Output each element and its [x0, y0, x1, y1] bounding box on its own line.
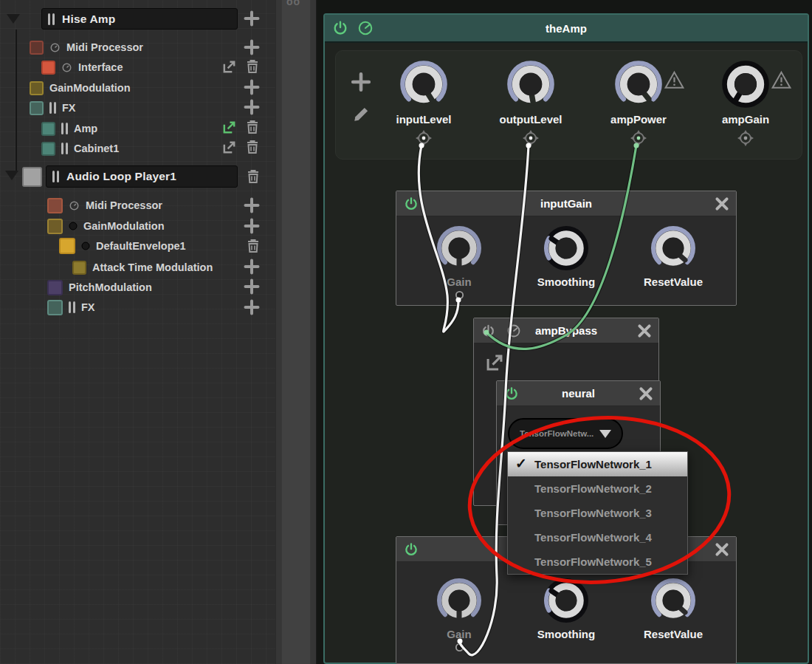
add-module-icon[interactable] [244, 278, 260, 295]
tree-row[interactable]: FX [30, 100, 76, 116]
knob-gain[interactable]: Gain [415, 576, 503, 652]
cable-target-icon[interactable] [522, 129, 540, 147]
param-outputlevel[interactable]: outputLevel [483, 58, 579, 147]
add-parameter-icon[interactable] [351, 72, 371, 92]
cable-connector-icon[interactable] [455, 290, 464, 300]
knob-label: ResetValue [644, 628, 703, 640]
knob-resetvalue[interactable]: ResetValue [629, 576, 718, 640]
module-color-swatch [41, 142, 55, 156]
cable-target-icon[interactable] [630, 129, 647, 147]
delete-icon[interactable] [245, 139, 260, 155]
collapse-arrow-icon[interactable] [5, 171, 18, 180]
drag-handle-icon[interactable] [49, 102, 56, 114]
knob-smoothing[interactable]: Smoothing [522, 576, 610, 640]
module-color-swatch [47, 300, 63, 315]
tree-row-label: Cabinet1 [74, 143, 119, 154]
add-module-icon[interactable] [244, 218, 260, 234]
tree-row-label: FX [81, 301, 95, 313]
knob[interactable] [649, 576, 698, 625]
knob-resetvalue[interactable]: ResetValue [629, 224, 718, 288]
dropdown-value: TensorFlowNetw... [520, 429, 593, 438]
delete-icon[interactable] [245, 58, 260, 75]
cable-target-icon[interactable] [737, 129, 754, 147]
knob[interactable] [542, 224, 591, 273]
knob[interactable] [435, 224, 484, 273]
dropdown-option-label: TensorFlowNetwork_3 [534, 507, 652, 519]
tree-row[interactable]: GainModulation [47, 218, 165, 234]
editor-scrollbar-handle[interactable] [281, 0, 311, 664]
inputgain-header[interactable]: inputGain [396, 191, 736, 216]
knob-smoothing[interactable]: Smoothing [522, 224, 610, 288]
panel-title: theAmp [325, 22, 808, 35]
dropdown-option[interactable]: TensorFlowNetwork_3 [508, 501, 687, 525]
knob[interactable] [398, 58, 450, 110]
tree-row[interactable]: FX [47, 299, 95, 315]
cable-target-icon[interactable] [415, 129, 433, 147]
tree-row[interactable]: Attack Time Modulation [72, 259, 213, 275]
ampbypass-header[interactable]: ampBypass [474, 318, 658, 343]
dropdown-option[interactable]: TensorFlowNetwork_4 [508, 525, 687, 550]
synth-header-audio-loop-player[interactable]: Audio Loop Player1 [46, 165, 238, 188]
tree-row[interactable]: GainModulation [30, 80, 131, 96]
collapse-arrow-icon[interactable] [7, 14, 20, 24]
knob[interactable] [613, 58, 664, 110]
add-module-icon[interactable] [244, 259, 260, 275]
knob[interactable] [435, 576, 484, 625]
tree-row-label: Amp [74, 123, 97, 134]
goto-workspace-icon-active[interactable] [221, 120, 237, 135]
drag-handle-icon[interactable] [61, 123, 68, 134]
delete-icon[interactable] [245, 119, 260, 135]
param-inputlevel[interactable]: inputLevel [376, 58, 472, 147]
goto-workspace-icon[interactable] [221, 59, 237, 75]
dropdown-option-label: TensorFlowNetwork_1 [534, 458, 652, 470]
tree-row-label: DefaultEnvelope1 [96, 240, 186, 252]
cable-connector-icon[interactable] [455, 643, 464, 652]
add-module-icon[interactable] [244, 99, 260, 115]
goto-workspace-icon[interactable] [221, 140, 237, 155]
module-color-swatch [47, 219, 63, 234]
tree-row[interactable]: PitchModulation [47, 279, 152, 295]
drag-handle-icon[interactable] [69, 301, 75, 313]
dropdown-option[interactable]: TensorFlowNetwork_2 [508, 476, 687, 501]
goto-dsp-network-icon[interactable] [484, 352, 505, 373]
add-module-icon[interactable] [244, 197, 260, 213]
dropdown-option-label: TensorFlowNetwork_2 [534, 482, 652, 495]
knob[interactable] [649, 224, 698, 273]
add-module-icon[interactable] [244, 10, 260, 27]
knob[interactable] [542, 576, 591, 625]
neural-header[interactable]: neural [497, 381, 660, 406]
dropdown-option-selected[interactable]: ✓ TensorFlowNetwork_1 [508, 452, 687, 476]
drag-handle-icon[interactable] [61, 143, 68, 154]
drag-handle-icon[interactable] [48, 13, 55, 25]
network-dropdown-list: ✓ TensorFlowNetwork_1 TensorFlowNetwork_… [507, 451, 688, 575]
close-icon[interactable] [714, 196, 730, 212]
close-icon[interactable] [636, 323, 653, 339]
add-module-icon[interactable] [244, 79, 260, 95]
midi-clock-icon [61, 62, 72, 73]
network-dropdown[interactable]: TensorFlowNetw... [508, 418, 623, 449]
power-icon[interactable] [404, 542, 419, 557]
edit-pencil-icon[interactable] [352, 104, 371, 123]
knob[interactable] [505, 58, 557, 110]
tree-row[interactable]: Interface [41, 59, 123, 75]
tree-row[interactable]: Midi Processor [47, 197, 162, 213]
knob[interactable] [720, 58, 771, 110]
node-panel-inputgain[interactable]: inputGain Gain Smoothing [396, 191, 737, 306]
tree-row[interactable]: DefaultEnvelope1 [59, 238, 186, 254]
knob-gain[interactable]: Gain [415, 224, 503, 300]
close-icon[interactable] [714, 541, 730, 558]
dropdown-option[interactable]: TensorFlowNetwork_5 [508, 550, 687, 574]
close-icon[interactable] [638, 386, 654, 402]
drag-handle-icon[interactable] [52, 171, 59, 182]
synth-header-hise-amp[interactable]: Hise Amp [41, 8, 238, 30]
delete-icon[interactable] [246, 238, 261, 254]
delete-icon[interactable] [246, 168, 261, 185]
add-module-icon[interactable] [244, 299, 260, 315]
midi-clock-icon [69, 200, 80, 211]
tree-row[interactable]: Midi Processor [30, 39, 143, 55]
theamp-header[interactable]: theAmp [325, 15, 808, 43]
tree-row[interactable]: Amp [41, 120, 97, 137]
add-module-icon[interactable] [244, 39, 260, 55]
tree-row[interactable]: Cabinet1 [41, 140, 119, 157]
modulation-dot-icon [69, 222, 78, 230]
